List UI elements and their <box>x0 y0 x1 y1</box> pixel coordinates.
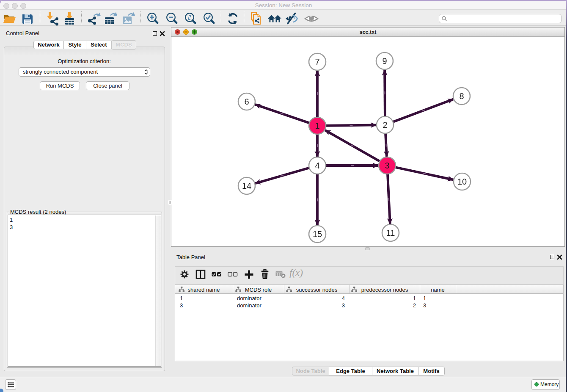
svg-text:15: 15 <box>313 229 322 239</box>
svg-text:4: 4 <box>315 161 319 170</box>
svg-text:2: 2 <box>383 120 387 130</box>
svg-text:9: 9 <box>382 56 387 66</box>
svg-text:3: 3 <box>385 161 389 170</box>
svg-text:1: 1 <box>315 121 319 130</box>
svg-text:11: 11 <box>386 228 395 237</box>
svg-text:7: 7 <box>315 57 319 66</box>
svg-text:10: 10 <box>457 177 467 186</box>
svg-text:14: 14 <box>242 181 251 190</box>
svg-text:6: 6 <box>244 97 249 106</box>
svg-text:8: 8 <box>459 91 464 101</box>
